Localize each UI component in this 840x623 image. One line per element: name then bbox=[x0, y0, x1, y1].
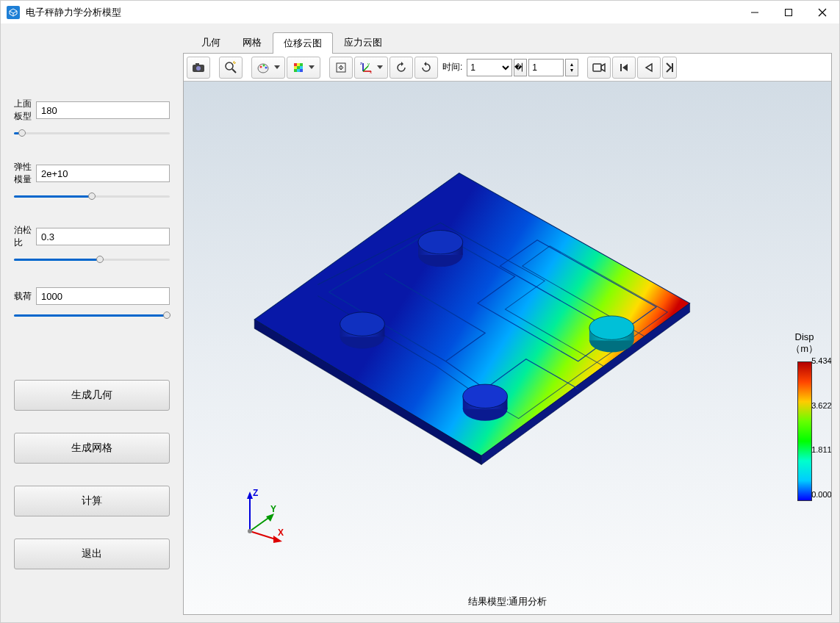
svg-text:x: x bbox=[370, 70, 372, 74]
svg-point-12 bbox=[265, 66, 267, 68]
screenshot-button[interactable] bbox=[187, 57, 210, 79]
generate-geometry-button[interactable]: 生成几何 bbox=[14, 380, 170, 411]
svg-rect-17 bbox=[297, 66, 300, 69]
svg-rect-16 bbox=[294, 66, 297, 69]
legend-tick: 5.434e-04 bbox=[811, 356, 831, 365]
svg-text:z: z bbox=[360, 61, 362, 65]
toolbar: xyz 时间: 1 �▏ 1 ▴▾ bbox=[184, 54, 831, 82]
viewport-caption: 结果模型:通用分析 bbox=[184, 595, 831, 608]
svg-rect-14 bbox=[297, 63, 300, 66]
svg-marker-51 bbox=[266, 514, 274, 522]
tab-displacement[interactable]: 位移云图 bbox=[273, 32, 333, 54]
svg-rect-18 bbox=[300, 66, 303, 69]
tab-geometry[interactable]: 几何 bbox=[190, 32, 231, 53]
svg-text:X: X bbox=[278, 527, 284, 538]
rotate-ccw-button[interactable] bbox=[390, 57, 413, 79]
axis-triad: Z Y X bbox=[235, 487, 294, 548]
svg-rect-31 bbox=[672, 63, 673, 72]
svg-rect-19 bbox=[294, 69, 297, 72]
play-reverse-button[interactable] bbox=[637, 57, 661, 79]
axis-view-button[interactable]: xyz bbox=[354, 57, 388, 79]
generate-mesh-button[interactable]: 生成网格 bbox=[14, 433, 170, 464]
legend-tick: 0.000e+00 bbox=[811, 490, 831, 499]
legend-title-1: Disp bbox=[791, 331, 818, 342]
tabs: 几何 网格 位移云图 应力云图 bbox=[183, 32, 832, 53]
more-button[interactable] bbox=[662, 57, 677, 79]
svg-rect-20 bbox=[297, 69, 300, 72]
param-input-load[interactable] bbox=[36, 287, 170, 305]
fit-view-button[interactable] bbox=[329, 57, 353, 79]
exit-button[interactable]: 退出 bbox=[14, 539, 170, 569]
legend-title-2: （m） bbox=[791, 342, 818, 356]
param-label-plate: 上面板型 bbox=[14, 98, 36, 123]
palette-button[interactable] bbox=[251, 57, 285, 79]
param-input-modulus[interactable] bbox=[36, 165, 170, 182]
rotate-cw-button[interactable] bbox=[414, 57, 438, 79]
svg-point-37 bbox=[418, 231, 463, 254]
svg-point-10 bbox=[259, 65, 262, 68]
svg-rect-1 bbox=[786, 9, 792, 15]
maximize-button[interactable] bbox=[772, 1, 805, 24]
svg-line-8 bbox=[232, 69, 236, 73]
svg-text:Z: Z bbox=[253, 488, 258, 498]
time-spin-up-button[interactable]: ▴▾ bbox=[565, 59, 578, 76]
sidebar: 上面板型 弹性模量 泊松比 载荷 bbox=[1, 24, 183, 622]
color-legend: Disp （m） 5.434e-04 3.622e-04 1.811e-04 0… bbox=[791, 331, 818, 501]
svg-line-50 bbox=[250, 516, 270, 531]
zoom-button[interactable] bbox=[219, 57, 243, 79]
titlebar: 电子秤静力学分析模型 bbox=[1, 1, 839, 24]
param-label-modulus: 弹性模量 bbox=[14, 161, 36, 186]
svg-line-25 bbox=[363, 66, 368, 71]
minimize-button[interactable] bbox=[738, 1, 772, 24]
svg-marker-48 bbox=[247, 491, 253, 499]
param-input-plate[interactable] bbox=[36, 101, 170, 119]
app-icon bbox=[7, 6, 20, 19]
time-spin[interactable]: 1 bbox=[528, 59, 564, 76]
param-input-poisson[interactable] bbox=[36, 228, 170, 245]
close-button[interactable] bbox=[805, 1, 839, 24]
record-button[interactable] bbox=[587, 57, 611, 79]
svg-point-7 bbox=[226, 62, 233, 70]
skip-start-button[interactable] bbox=[612, 57, 636, 79]
param-slider-modulus[interactable] bbox=[14, 190, 170, 202]
svg-rect-30 bbox=[620, 64, 622, 71]
svg-rect-29 bbox=[593, 64, 601, 71]
legend-tick: 1.811e-04 bbox=[811, 445, 831, 454]
time-label: 时间: bbox=[442, 61, 462, 73]
svg-text:y: y bbox=[367, 62, 370, 66]
svg-rect-13 bbox=[294, 63, 297, 66]
param-slider-poisson[interactable] bbox=[14, 253, 170, 265]
colormap-button[interactable] bbox=[287, 57, 320, 79]
time-select[interactable]: 1 bbox=[467, 59, 512, 76]
tab-mesh[interactable]: 网格 bbox=[231, 32, 273, 53]
tab-stress[interactable]: 应力云图 bbox=[333, 32, 393, 53]
legend-tick: 3.622e-04 bbox=[811, 401, 831, 410]
svg-rect-5 bbox=[195, 63, 199, 65]
param-label-load: 载荷 bbox=[14, 290, 36, 303]
svg-rect-15 bbox=[300, 63, 303, 66]
window-title: 电子秤静力学分析模型 bbox=[26, 6, 738, 19]
param-slider-load[interactable] bbox=[14, 309, 170, 321]
viewport-3d[interactable]: Z Y X Disp （m） bbox=[184, 82, 831, 614]
svg-point-6 bbox=[196, 66, 201, 71]
svg-point-46 bbox=[589, 316, 634, 339]
svg-point-56 bbox=[248, 529, 252, 533]
svg-text:Y: Y bbox=[270, 504, 276, 514]
svg-rect-21 bbox=[300, 69, 303, 72]
legend-bar bbox=[797, 361, 812, 501]
svg-point-43 bbox=[463, 384, 508, 408]
param-slider-plate[interactable] bbox=[14, 127, 170, 139]
compute-button[interactable]: 计算 bbox=[14, 486, 170, 516]
time-step-end-button[interactable]: �▏ bbox=[514, 59, 527, 76]
svg-point-11 bbox=[262, 64, 265, 66]
svg-point-40 bbox=[340, 312, 385, 336]
param-label-poisson: 泊松比 bbox=[14, 224, 36, 249]
